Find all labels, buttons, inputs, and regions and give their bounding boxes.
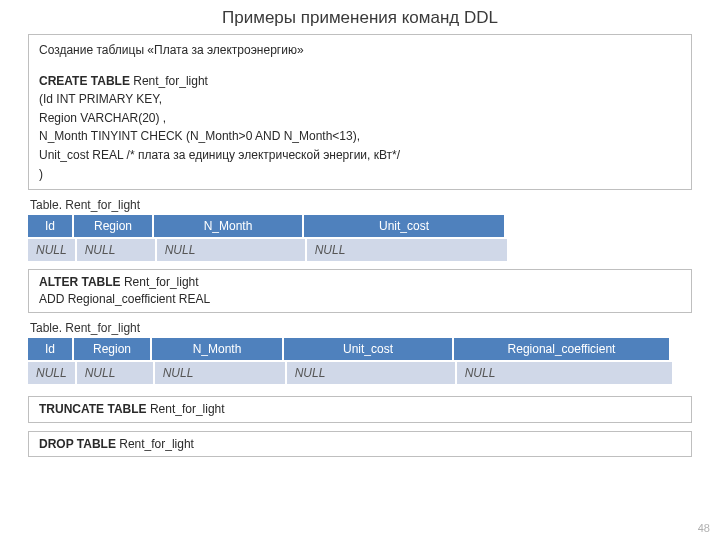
create-line: N_Month TINYINT CHECK (N_Month>0 AND N_M… [39,127,681,146]
cell: NULL [307,239,507,261]
table-row: NULL NULL NULL NULL [28,239,508,261]
table-header-row: Id Region N_Month Unit_cost [28,215,508,239]
truncate-box: TRUNCATE TABLE Rent_for_light [28,396,692,423]
col-unitcost: Unit_cost [304,215,504,239]
drop-box: DROP TABLE Rent_for_light [28,431,692,458]
table-row: NULL NULL NULL NULL NULL [28,362,673,384]
drop-line: DROP TABLE Rent_for_light [39,436,681,453]
cell: NULL [157,239,307,261]
col-nmonth: N_Month [152,338,284,362]
alter-table-box: ALTER TABLE Rent_for_light ADD Regional_… [28,269,692,313]
cell: NULL [155,362,287,384]
col-id: Id [28,338,74,362]
col-unitcost: Unit_cost [284,338,454,362]
create-line: ) [39,165,681,184]
col-nmonth: N_Month [154,215,304,239]
create-line: Region VARCHAR(20) , [39,109,681,128]
create-line: CREATE TABLE Rent_for_light [39,72,681,91]
alter-line: ALTER TABLE Rent_for_light [39,274,681,291]
cell: NULL [457,362,672,384]
create-desc: Создание таблицы «Плата за электроэнерги… [39,41,681,60]
col-regional-coefficient: Regional_coefficient [454,338,669,362]
cell: NULL [77,362,155,384]
slide-title: Примеры применения команд DDL [28,8,692,28]
cell: NULL [77,239,157,261]
table-rent-for-light-1: Id Region N_Month Unit_cost NULL NULL NU… [28,215,508,261]
create-line: Unit_cost REAL /* плата за единицу элект… [39,146,681,165]
cell: NULL [287,362,457,384]
page-number: 48 [698,522,710,534]
table1-caption: Table. Rent_for_light [30,198,692,212]
cell: NULL [28,239,77,261]
col-region: Region [74,338,152,362]
col-region: Region [74,215,154,239]
col-id: Id [28,215,74,239]
create-line: (Id INT PRIMARY KEY, [39,90,681,109]
alter-line: ADD Regional_coefficient REAL [39,291,681,308]
truncate-line: TRUNCATE TABLE Rent_for_light [39,401,681,418]
table-header-row: Id Region N_Month Unit_cost Regional_coe… [28,338,673,362]
cell: NULL [28,362,77,384]
table-rent-for-light-2: Id Region N_Month Unit_cost Regional_coe… [28,338,673,384]
table2-caption: Table. Rent_for_light [30,321,692,335]
create-table-box: Создание таблицы «Плата за электроэнерги… [28,34,692,190]
